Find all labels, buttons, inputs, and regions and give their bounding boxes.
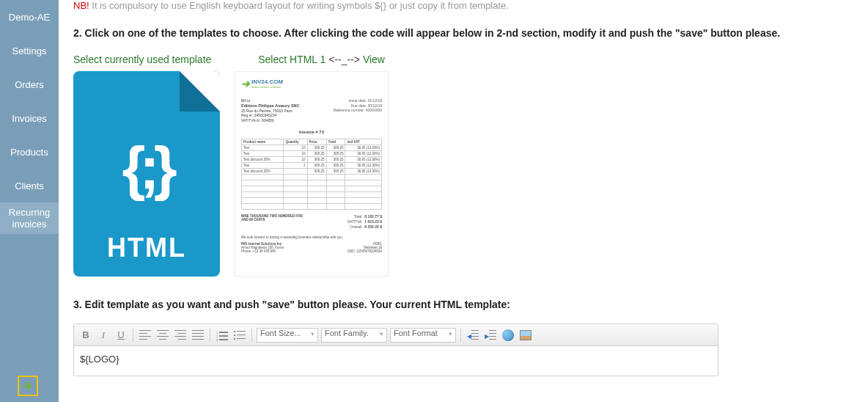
unordered-list-button[interactable] [232, 328, 247, 343]
sidebar-item-demo[interactable]: Demo-AE [0, 0, 59, 34]
swoosh-icon: ➔ [241, 78, 250, 89]
sidebar-item-settings[interactable]: Settings [0, 34, 59, 67]
align-right-button[interactable] [173, 328, 188, 343]
image-icon [520, 330, 532, 340]
editor-toolbar: B I U 123 Font Size... Font Family. Font… [74, 324, 718, 346]
preview-logo: ➔ INV24.COM online invoice software [241, 78, 382, 89]
editor-content-area[interactable]: ${LOGO} [74, 346, 718, 376]
bold-button[interactable]: B [78, 328, 93, 343]
align-center-button[interactable] [155, 328, 170, 343]
font-format-select[interactable]: Font Format [390, 328, 456, 343]
code-braces-icon: {;} [73, 134, 220, 202]
align-left-icon [139, 330, 151, 340]
align-justify-icon [192, 330, 204, 340]
align-right-icon [174, 330, 186, 340]
link-separator: <--_--> [326, 54, 363, 65]
sidebar-item-orders[interactable]: Orders [0, 67, 59, 101]
arrow-right-icon [18, 376, 38, 396]
outdent-icon: ◀ [467, 330, 479, 340]
html-label: HTML [73, 233, 220, 263]
template-invoice-preview[interactable]: ➔ INV24.COM online invoice software Bill… [235, 71, 389, 277]
step-3-heading: 3. Edit template as you want and push "s… [73, 299, 853, 310]
italic-button[interactable]: I [96, 328, 111, 343]
align-justify-button[interactable] [191, 328, 205, 343]
preview-billto: Bill to Editions Philippe Amaury SNC 25 … [241, 98, 300, 123]
template-links-row: Select currently used template Select HT… [73, 54, 853, 65]
sidebar-item-products[interactable]: Products [0, 135, 59, 169]
underline-button[interactable]: U [114, 328, 128, 343]
main-content: NB! It is compulsory to use English keyb… [73, 0, 868, 376]
indent-button[interactable]: ▶ [483, 328, 498, 343]
template-html-card[interactable]: {;} HTML [73, 71, 220, 277]
insert-image-button[interactable] [518, 328, 533, 343]
outdent-button[interactable]: ◀ [466, 328, 480, 343]
html-editor: B I U 123 Font Size... Font Family. Font… [73, 324, 718, 376]
globe-icon [502, 329, 514, 341]
ordered-list-icon: 123 [216, 331, 228, 340]
preview-totals: Total 8 182.77 $ VAT/TVA 1 023.23 $ Over… [347, 214, 382, 230]
insert-link-button[interactable] [501, 328, 515, 343]
sidebar-item-invoices[interactable]: Invoices [0, 101, 59, 135]
align-left-button[interactable] [138, 328, 152, 343]
font-family-select[interactable]: Font Family. [321, 328, 387, 343]
preview-footer: We look forward to having a rewarding bu… [241, 235, 382, 253]
preview-invoice-title: Invoice # 73 [241, 130, 382, 134]
font-size-select[interactable]: Font Size... [257, 328, 318, 343]
sidebar-item-clients[interactable]: Clients [0, 169, 59, 202]
view-html1-link[interactable]: View [363, 54, 385, 65]
nb-notice: NB! It is compulsory to use English keyb… [73, 0, 853, 11]
select-html1-link[interactable]: Select HTML 1 [258, 54, 326, 65]
align-center-icon [157, 330, 169, 340]
ordered-list-button[interactable]: 123 [215, 328, 229, 343]
preview-meta: Issue date: 31/12/18 Due date: 30/12/18 … [334, 98, 382, 123]
preview-table: Product nameQuantityPriceTotalincl VAT T… [241, 139, 382, 210]
unordered-list-icon [234, 331, 246, 340]
expand-sidebar-button[interactable] [18, 376, 38, 396]
sidebar-item-recurring-invoices[interactable]: Recurring invoices [0, 202, 59, 234]
indent-icon: ▶ [485, 330, 496, 340]
select-current-template-link[interactable]: Select currently used template [73, 54, 211, 65]
step-2-heading: 2. Click on one of the templates to choo… [73, 27, 853, 39]
sidebar: Demo-AE Settings Orders Invoices Product… [0, 0, 59, 402]
